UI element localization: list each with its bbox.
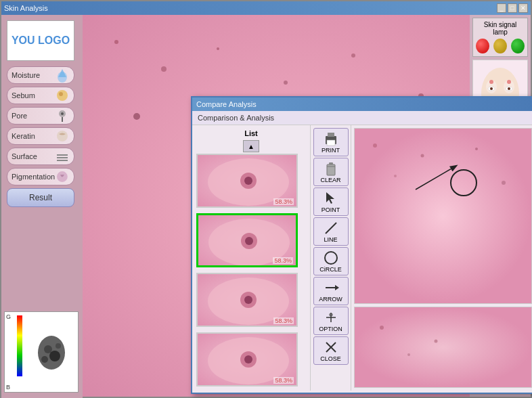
list-item-1[interactable]: 58.3% [196,213,298,267]
svg-point-17 [56,343,61,349]
svg-point-21 [284,81,288,85]
sebum-icon [55,88,70,103]
list-item-0[interactable]: 58.3% [196,154,298,208]
lamp-lights [476,39,525,53]
svg-point-45 [244,177,252,185]
svg-rect-60 [327,140,335,146]
moisture-icon [55,68,70,83]
svg-point-16 [41,356,48,363]
print-button[interactable]: PRINT [313,128,349,156]
svg-point-3 [59,92,63,96]
pigmentation-icon [55,169,70,184]
svg-point-20 [217,47,219,50]
item-label-1: 58.3% [273,257,293,264]
svg-line-65 [326,223,336,234]
result-button[interactable]: Result [7,188,74,207]
pore-button[interactable]: Pore [7,107,74,125]
scroll-up-button[interactable]: ▲ [243,140,259,152]
svg-point-83 [380,326,384,330]
svg-marker-64 [326,192,334,204]
svg-point-34 [489,80,493,84]
svg-point-22 [133,113,140,120]
clear-label: CLEAR [320,177,340,183]
modal-subtitle: Comparison & Analysis [192,111,532,125]
surface-button[interactable]: Surface [7,148,74,165]
svg-point-19 [161,66,167,72]
item-label-2: 58.3% [273,317,294,324]
title-controls: _ □ ✕ [497,3,528,13]
close-window-button[interactable]: ✕ [518,3,528,13]
list-column: List ▲ 58.3% [192,125,311,391]
keratin-icon [55,129,70,143]
maximize-button[interactable]: □ [508,3,517,13]
circle-button[interactable]: CiRCLE [313,247,349,275]
logo: YOU LOGO [7,20,74,61]
list-title: List [196,129,306,137]
list-item-3[interactable]: 58.3% [196,332,298,386]
window-title: Skin Analysis [4,4,48,12]
arrow-label: ARROW [319,296,342,303]
title-bar: Skin Analysis _ □ ✕ [1,1,531,15]
image-column [351,125,532,391]
svg-point-49 [245,237,253,245]
moisture-button[interactable]: Moisture [7,66,74,84]
graph-svg [14,312,75,386]
svg-point-14 [44,345,52,353]
line-button[interactable]: LINE [313,217,349,246]
svg-point-18 [114,40,118,44]
tool-column: PRINT CLEAR POINT [311,125,351,391]
secondary-image [354,307,532,388]
clear-button[interactable]: CLEAR [313,158,349,186]
pointer-button[interactable]: POINT [313,187,349,216]
line-icon [323,220,339,236]
list-item-2[interactable]: 58.3% [196,273,298,327]
svg-point-85 [407,353,410,356]
svg-point-7 [57,131,68,141]
modal-body: List ▲ 58.3% [192,125,532,391]
graph-area: G B [4,311,79,393]
graph-labels: G B [5,312,14,392]
close-tool-label: CLOSE [320,355,341,362]
modal-title: Compare Analysis [196,100,257,108]
line-label: LINE [324,236,337,243]
svg-point-79 [502,181,506,185]
sebum-button[interactable]: Sebum [7,87,74,104]
skin-lamp: Skin signal lamp [472,18,528,57]
pointer-label: POINT [322,206,340,213]
svg-point-53 [244,296,252,304]
lamp-title: Skin signal lamp [484,21,516,36]
svg-rect-61 [327,164,335,175]
close-tool-button[interactable]: CLOSE [313,336,349,365]
graph-b-label: B [6,384,13,391]
keratin-button[interactable]: Keratin [7,127,74,145]
svg-point-33 [508,87,510,90]
svg-point-35 [507,80,511,84]
item-label-3: 58.3% [273,377,294,384]
pigmentation-button[interactable]: Pigmentation [7,168,74,185]
lamp-red [476,39,489,53]
print-label: PRINT [322,147,340,154]
surface-icon [55,149,70,164]
svg-line-81 [416,166,456,190]
svg-rect-12 [17,315,22,376]
keratin-label: Keratin [12,132,35,140]
svg-point-66 [325,252,337,264]
pigmentation-label: Pigmentation [12,173,55,181]
lamp-green [511,39,525,53]
option-label: OPTION [319,326,342,332]
left-panel: YOU LOGO Moisture Sebum Pore Kerati [1,15,83,398]
minimize-button[interactable]: _ [497,3,506,13]
circle-icon [323,250,339,266]
graph-g-label: G [6,313,13,320]
svg-point-75 [373,143,377,148]
secondary-image-svg [355,307,531,387]
arrow-button[interactable]: ARROW [313,277,349,305]
option-button[interactable]: OPTION [313,307,349,335]
svg-rect-59 [328,133,334,137]
svg-point-77 [394,175,397,177]
close-tool-icon [323,339,339,355]
svg-point-15 [49,351,60,361]
moisture-label: Moisture [12,71,40,79]
clear-icon [323,160,339,177]
svg-point-23 [351,53,355,58]
